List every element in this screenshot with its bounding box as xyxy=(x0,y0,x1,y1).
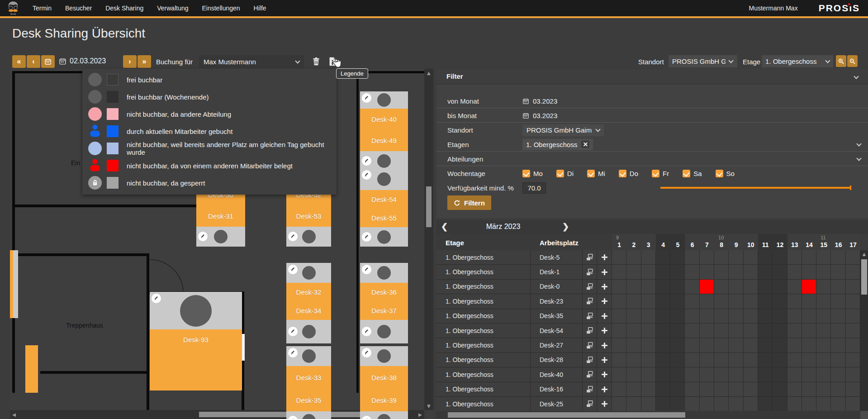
day-cell[interactable] xyxy=(846,265,860,279)
day-cell[interactable] xyxy=(729,265,743,279)
day-cell[interactable] xyxy=(641,280,656,294)
day-cell[interactable] xyxy=(758,353,773,367)
day-cell[interactable] xyxy=(787,367,802,382)
day-cell[interactable] xyxy=(626,250,641,265)
date-fast-forward-button[interactable]: » xyxy=(138,55,151,68)
day-cell[interactable] xyxy=(700,324,714,338)
current-user[interactable]: Mustermann Max xyxy=(749,5,797,12)
edit-desk-button[interactable] xyxy=(152,294,161,303)
day-cell[interactable] xyxy=(787,309,802,324)
day-cell[interactable] xyxy=(744,265,758,279)
standort-select[interactable]: PROSIS GmbH Gaim xyxy=(669,55,737,67)
weekday-checkbox-sa[interactable]: Sa xyxy=(683,170,702,177)
day-cell[interactable] xyxy=(758,280,773,294)
day-cell[interactable] xyxy=(656,397,670,411)
day-cell[interactable] xyxy=(626,265,641,279)
desk-details-button[interactable] xyxy=(583,397,598,411)
desk-details-button[interactable] xyxy=(583,382,598,397)
day-cell[interactable] xyxy=(685,324,699,338)
day-cell[interactable] xyxy=(729,294,743,309)
day-cell[interactable] xyxy=(656,265,670,279)
day-cell[interactable] xyxy=(714,294,729,309)
desk-details-button[interactable] xyxy=(583,280,598,294)
day-cell[interactable] xyxy=(744,294,758,309)
day-cell[interactable] xyxy=(846,353,860,367)
day-cell[interactable] xyxy=(641,265,656,279)
weekday-checkbox-di[interactable]: Di xyxy=(556,170,574,177)
add-booking-button[interactable] xyxy=(597,382,612,397)
day-cell[interactable] xyxy=(744,309,758,324)
day-cell[interactable] xyxy=(729,338,743,352)
day-cell[interactable] xyxy=(846,309,860,324)
day-cell[interactable] xyxy=(670,397,685,411)
day-cell[interactable] xyxy=(641,367,656,382)
day-cell[interactable] xyxy=(656,353,670,367)
day-cell[interactable] xyxy=(670,367,685,382)
day-cell[interactable] xyxy=(729,250,743,265)
bis-monat-field[interactable]: 03.2023 xyxy=(522,109,861,122)
day-cell[interactable] xyxy=(802,367,816,382)
day-cell[interactable] xyxy=(773,280,787,294)
day-cell[interactable] xyxy=(685,280,699,294)
day-cell[interactable] xyxy=(641,250,656,265)
checkbox-checked-icon[interactable] xyxy=(652,170,659,177)
day-cell[interactable] xyxy=(802,324,816,338)
day-cell[interactable] xyxy=(816,397,831,411)
day-cell[interactable] xyxy=(831,382,845,397)
day-cell[interactable] xyxy=(802,250,816,265)
etagen-chip[interactable]: 1. Obergeschoss ✕ xyxy=(522,139,593,150)
day-cell[interactable] xyxy=(670,250,685,265)
day-cell[interactable] xyxy=(787,397,802,411)
day-cell[interactable] xyxy=(685,382,699,397)
desk-details-button[interactable] xyxy=(583,367,598,382)
etage-select[interactable]: 1. Obergeschoss xyxy=(762,55,833,67)
day-cell[interactable] xyxy=(816,338,831,352)
day-cell[interactable] xyxy=(831,250,845,265)
day-cell[interactable] xyxy=(714,353,729,367)
filter-header[interactable]: Filter xyxy=(436,69,868,84)
day-cell[interactable] xyxy=(744,397,758,411)
day-cell[interactable] xyxy=(802,294,816,309)
day-cell[interactable] xyxy=(787,250,802,265)
day-cell[interactable] xyxy=(787,280,802,294)
desk-block[interactable]: Desk-54Desk-55 xyxy=(360,168,408,247)
day-cell[interactable] xyxy=(831,338,845,352)
slider-thumb[interactable] xyxy=(850,186,851,190)
chevron-down-icon[interactable] xyxy=(856,141,861,146)
day-cell[interactable] xyxy=(816,250,831,265)
day-cell[interactable] xyxy=(700,397,714,411)
day-cell[interactable] xyxy=(656,324,670,338)
desk-block[interactable]: Desk-32Desk-34 xyxy=(286,263,331,343)
checkbox-checked-icon[interactable] xyxy=(683,170,690,177)
add-booking-button[interactable] xyxy=(597,294,612,309)
day-cell[interactable] xyxy=(846,294,860,309)
day-cell[interactable] xyxy=(744,382,758,397)
date-today-button[interactable] xyxy=(41,55,55,68)
edit-desk-button[interactable] xyxy=(362,156,371,166)
add-booking-button[interactable] xyxy=(597,324,612,338)
day-cell[interactable] xyxy=(626,309,641,324)
day-cell[interactable] xyxy=(816,353,831,367)
day-cell[interactable] xyxy=(744,367,758,382)
day-cell[interactable] xyxy=(758,265,773,279)
day-cell[interactable] xyxy=(773,353,787,367)
day-cell[interactable] xyxy=(626,294,641,309)
day-cell[interactable] xyxy=(612,309,626,324)
desk-block[interactable]: Desk-93 xyxy=(150,292,242,390)
day-cell[interactable] xyxy=(831,353,845,367)
weekday-checkbox-mi[interactable]: Mi xyxy=(587,170,605,177)
next-month-button[interactable]: ❯ xyxy=(562,222,569,232)
edit-desk-button[interactable] xyxy=(288,265,298,274)
day-cell[interactable] xyxy=(670,338,685,352)
day-cell[interactable] xyxy=(773,382,787,397)
day-cell[interactable] xyxy=(846,367,860,382)
day-cell[interactable] xyxy=(626,324,641,338)
day-cell[interactable] xyxy=(729,309,743,324)
day-cell[interactable] xyxy=(816,309,831,324)
day-cell[interactable] xyxy=(670,309,685,324)
scroll-up-arrow[interactable]: ▲ xyxy=(860,250,868,257)
day-cell[interactable] xyxy=(758,309,773,324)
desk-details-button[interactable] xyxy=(583,265,598,279)
day-cell[interactable] xyxy=(641,309,656,324)
weekday-checkbox-fr[interactable]: Fr xyxy=(652,170,669,177)
